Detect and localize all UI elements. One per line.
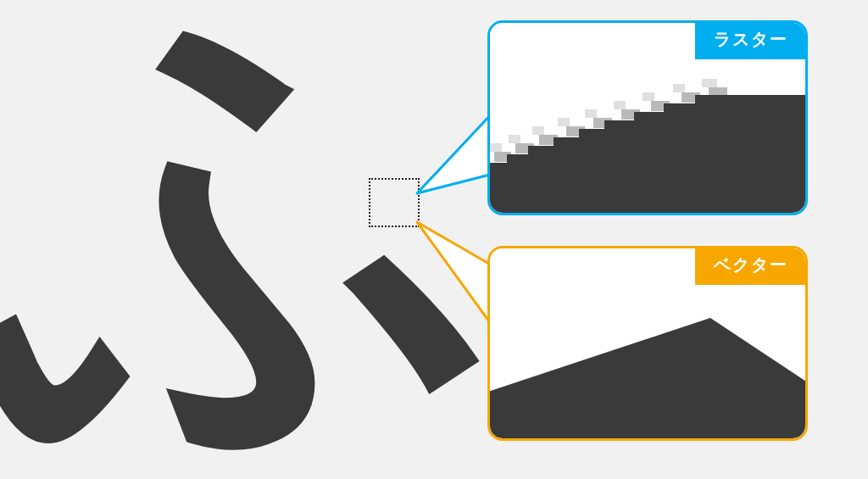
svg-rect-3 [490, 163, 808, 215]
svg-rect-29 [775, 131, 788, 142]
svg-rect-17 [494, 152, 511, 162]
svg-rect-25 [709, 87, 727, 96]
svg-rect-22 [621, 109, 640, 120]
svg-rect-32 [509, 135, 520, 143]
svg-rect-28 [760, 120, 773, 130]
svg-marker-0 [417, 112, 493, 193]
svg-rect-27 [744, 108, 760, 118]
svg-rect-11 [695, 95, 808, 108]
svg-rect-16 [785, 150, 808, 165]
svg-rect-26 [729, 97, 744, 108]
svg-rect-33 [532, 126, 544, 135]
svg-rect-23 [651, 101, 670, 111]
vector-label: ベクター [695, 247, 807, 285]
svg-rect-37 [643, 92, 654, 101]
main-glyph: ふ [0, 0, 478, 466]
raster-label: ラスター [695, 21, 807, 59]
svg-rect-31 [490, 143, 502, 152]
svg-rect-38 [673, 84, 685, 92]
svg-rect-18 [515, 143, 534, 153]
svg-rect-19 [539, 135, 558, 145]
vector-panel: ベクター [487, 246, 808, 441]
svg-rect-35 [585, 109, 597, 118]
raster-panel: ラスター [487, 20, 808, 215]
svg-rect-30 [788, 142, 802, 152]
svg-rect-24 [682, 92, 700, 103]
svg-rect-36 [614, 101, 626, 109]
svg-rect-20 [566, 126, 585, 136]
svg-rect-34 [558, 118, 570, 126]
svg-marker-1 [417, 222, 493, 327]
svg-rect-21 [593, 118, 612, 128]
svg-rect-39 [702, 79, 717, 87]
svg-rect-13 [740, 118, 808, 131]
zoom-selection-box [369, 178, 420, 227]
